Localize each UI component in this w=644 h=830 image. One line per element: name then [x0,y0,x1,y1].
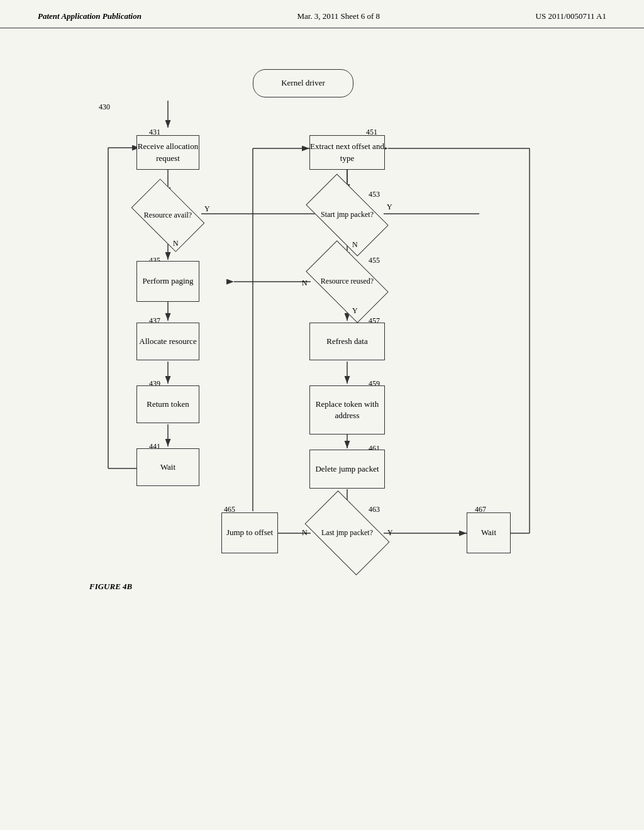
page: Patent Application Publication Mar. 3, 2… [0,0,644,830]
n457-box: Refresh data [309,323,385,360]
n461-box: Delete jump packet [309,450,385,489]
header-left: Patent Application Publication [38,11,142,21]
n433-n-label: N [173,239,179,248]
n435-box: Perform paging [136,261,199,302]
n453-diamond: Start jmp packet? [311,193,384,237]
n467-box: Wait [467,512,511,553]
n455-n-label: N [302,279,308,288]
ref-430-label: 430 [99,102,110,112]
n453-y-label: Y [387,202,392,212]
n451-box: Extract next offset and type [309,135,385,170]
n433-y-label: Y [204,204,210,214]
kernel-driver-box: Kernel driver [253,69,353,97]
n431-box: Receive allocation request [136,135,199,170]
n463-diamond: Last jmp packet? [311,509,384,556]
n465-box: Jump to offset [221,512,278,553]
n455-diamond: Resource reused? [311,260,384,304]
n459-box: Replace token with address [309,385,385,434]
header-center: Mar. 3, 2011 Sheet 6 of 8 [297,11,380,21]
n463-y-label: Y [387,528,393,538]
n463-n-label: N [302,528,308,538]
n439-box: Return token [136,385,199,423]
n453-n-label: N [352,240,358,250]
n441-box: Wait [136,448,199,486]
n455-y-label: Y [352,306,358,316]
n437-box: Allocate resource [136,323,199,360]
diagram-area: 430 Kernel driver 431 Receive allocation… [39,35,605,789]
figure-label: FIGURE 4B [89,582,132,592]
page-header: Patent Application Publication Mar. 3, 2… [0,0,644,28]
header-right: US 2011/0050711 A1 [536,11,606,21]
n433-diamond: Resource avail? [136,195,199,236]
